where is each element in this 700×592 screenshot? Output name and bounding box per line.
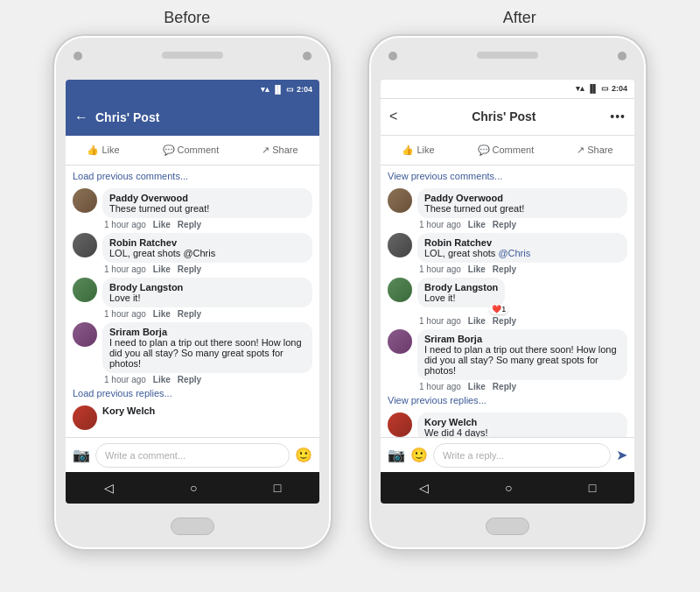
before-reply-1[interactable]: Reply	[178, 220, 201, 229]
before-comment-input[interactable]: Write a comment...	[95, 443, 290, 468]
after-more-button[interactable]: •••	[610, 109, 626, 123]
after-time-3: 1 hour ago	[419, 316, 461, 326]
after-name-3: Brody Langston	[424, 282, 498, 292]
before-back-nav[interactable]: ◁	[104, 481, 114, 495]
camera-dot-right-before	[303, 52, 312, 60]
after-like-action[interactable]: 👍 Like	[402, 144, 434, 156]
before-text-1: These turned out great!	[109, 203, 305, 214]
before-comment-3: Brody Langston Love it! 1 hour ago Like …	[73, 278, 312, 319]
before-like-2[interactable]: Like	[153, 264, 171, 274]
after-status-icons: ▾▴ ▐▌ ▭ 2:04	[576, 84, 627, 93]
after-text-3: Love it!	[424, 292, 498, 303]
after-avatar-2	[388, 233, 412, 257]
before-back-button[interactable]: ←	[74, 109, 88, 125]
before-like-3[interactable]: Like	[153, 309, 171, 319]
after-view-previous-replies[interactable]: View previous replies...	[388, 395, 627, 405]
after-like-4[interactable]: Like	[468, 382, 486, 391]
after-reply-1[interactable]: Reply	[493, 220, 516, 229]
before-time-1: 1 hour ago	[104, 220, 146, 229]
after-like-2[interactable]: Like	[468, 264, 486, 274]
before-avatar-1	[73, 188, 97, 213]
before-load-replies[interactable]: Load previous replies...	[73, 388, 312, 398]
after-share-action[interactable]: ↗ Share	[577, 144, 612, 156]
phone-top-bar-after	[369, 36, 646, 80]
before-camera-icon: 📷	[73, 447, 90, 463]
after-camera-icon: 📷	[388, 447, 405, 463]
after-back-nav[interactable]: ◁	[419, 481, 429, 495]
before-avatar-4	[73, 322, 97, 347]
before-name-4: Sriram Borja	[109, 327, 305, 337]
after-input-bar: 📷 🙂 Write a reply... ➤	[381, 437, 634, 472]
before-reply-4[interactable]: Reply	[178, 375, 201, 384]
after-text-1: These turned out great!	[424, 203, 620, 214]
after-like-3[interactable]: Like	[468, 316, 486, 326]
after-nav-bar: < Chris' Post •••	[381, 99, 634, 136]
before-home-nav[interactable]: ○	[190, 481, 197, 495]
after-wifi-icon: ▾▴	[576, 84, 584, 93]
before-name-2: Robin Ratchev	[109, 237, 305, 248]
before-nav-bar: ← Chris' Post	[66, 99, 319, 136]
before-android-nav: ◁ ○ □	[66, 472, 319, 504]
after-like-icon: 👍	[402, 144, 414, 156]
after-name-4: Sriram Borja	[424, 334, 620, 344]
before-label: Before	[164, 9, 210, 27]
share-icon: ↗	[262, 144, 270, 156]
after-recents-nav[interactable]: □	[589, 481, 596, 495]
before-kory-partial: Kory Welch	[73, 405, 312, 430]
after-comment-2: Robin Ratchev LOL, great shots @Chris 1 …	[388, 233, 627, 274]
before-reply-3[interactable]: Reply	[178, 309, 201, 319]
after-comments-area: View previous comments... Paddy Overwood…	[381, 166, 634, 438]
before-text-2: LOL, great shots @Chris	[109, 248, 305, 258]
after-reply-3[interactable]: Reply	[493, 316, 516, 326]
after-reply-4[interactable]: Reply	[493, 382, 516, 391]
after-reply-2[interactable]: Reply	[493, 264, 516, 274]
after-phone: ▾▴ ▐▌ ▭ 2:04 < Chris' Post ••• 👍	[368, 34, 648, 551]
before-like-4[interactable]: Like	[153, 375, 171, 384]
after-android-nav: ◁ ○ □	[381, 472, 634, 504]
after-home-nav[interactable]: ○	[505, 481, 512, 495]
after-back-button[interactable]: <	[389, 109, 397, 124]
camera-dot-left-before	[74, 52, 82, 60]
camera-dot-right-after	[618, 52, 626, 60]
speaker-after	[477, 52, 538, 59]
before-home-button[interactable]	[171, 518, 214, 535]
before-emoji-icon: 🙂	[295, 447, 312, 463]
before-comment-action[interactable]: 💬 Comment	[163, 144, 220, 156]
before-recents-nav[interactable]: □	[274, 481, 281, 495]
after-time-2: 1 hour ago	[419, 264, 461, 274]
after-name-1: Paddy Overwood	[424, 193, 620, 203]
after-send-icon[interactable]: ➤	[616, 447, 627, 463]
before-status-icons: ▾▴ ▐▌ ▭ 2:04	[261, 85, 312, 94]
before-time: 2:04	[297, 85, 312, 94]
reaction-badge: ❤️ 1	[489, 304, 508, 314]
before-nav-title: Chris' Post	[95, 110, 159, 124]
after-reply-input[interactable]: Write a reply...	[433, 443, 611, 468]
after-action-bar: 👍 Like 💬 Comment ↗ Share	[381, 136, 634, 166]
before-time-2: 1 hour ago	[104, 264, 146, 274]
after-comment-action[interactable]: 💬 Comment	[478, 144, 535, 156]
after-phone-bottom	[369, 504, 646, 549]
before-text-3: Love it!	[109, 292, 305, 303]
before-share-action[interactable]: ↗ Share	[262, 144, 298, 156]
after-like-1[interactable]: Like	[468, 220, 486, 229]
after-status-bar: ▾▴ ▐▌ ▭ 2:04	[381, 80, 634, 99]
after-nav-title: Chris' Post	[472, 109, 536, 123]
before-like-1[interactable]: Like	[153, 220, 171, 229]
before-comment-1: Paddy Overwood These turned out great! 1…	[73, 188, 312, 229]
before-input-bar: 📷 Write a comment... 🙂	[66, 437, 319, 472]
signal-icon: ▐▌	[272, 85, 284, 94]
after-home-button[interactable]	[486, 518, 529, 535]
before-text-4: I need to plan a trip out there soon! Ho…	[109, 337, 305, 369]
before-status-bar: ▾▴ ▐▌ ▭ 2:04	[66, 80, 319, 99]
before-avatar-3	[73, 278, 97, 302]
before-load-previous[interactable]: Load previous comments...	[73, 171, 312, 181]
like-icon: 👍	[87, 144, 99, 156]
after-comment-4: Sriram Borja I need to plan a trip out t…	[388, 329, 627, 391]
after-view-previous-comments[interactable]: View previous comments...	[388, 171, 627, 181]
before-like-action[interactable]: 👍 Like	[87, 144, 119, 156]
before-reply-2[interactable]: Reply	[178, 264, 201, 274]
after-kory-partial: Kory Welch We did 4 days!	[388, 412, 627, 438]
before-screen: ▾▴ ▐▌ ▭ 2:04 ← Chris' Post 👍 L	[66, 80, 319, 504]
after-comment-icon: 💬	[478, 144, 490, 156]
after-screen: ▾▴ ▐▌ ▭ 2:04 < Chris' Post ••• 👍	[381, 80, 634, 504]
